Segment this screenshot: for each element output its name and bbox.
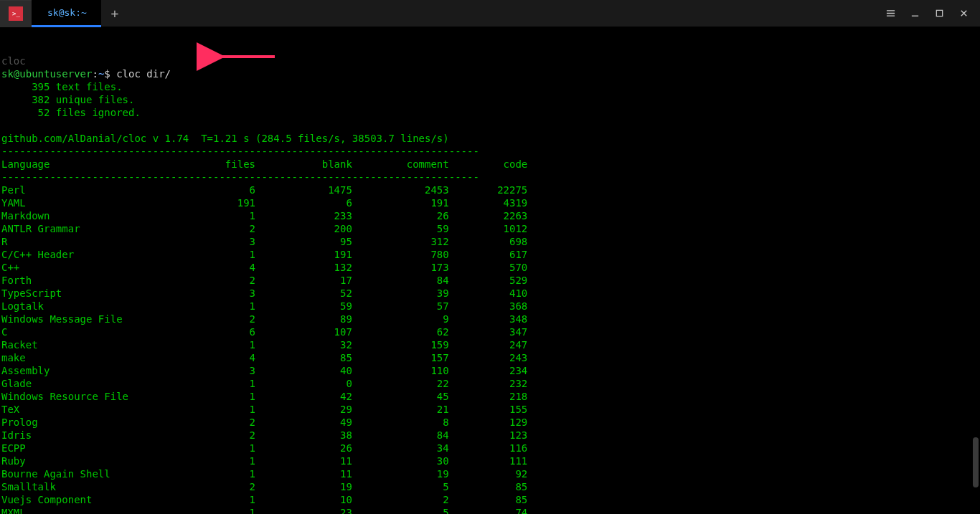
svg-text:>_: >_ [12, 10, 20, 17]
title-bar: >_ sk@sk:~ + [0, 0, 980, 27]
close-icon [959, 9, 969, 18]
table-row: Markdown 1 233 26 2263 [1, 209, 979, 222]
meta-line: github.com/AlDanial/cloc v 1.74 T=1.21 s… [1, 132, 979, 145]
summary-line: 395 text files. [1, 80, 979, 93]
minimize-button[interactable] [903, 3, 927, 24]
prompt-line: sk@ubuntuserver:~$ cloc dir/ [1, 67, 979, 80]
summary-line: 382 unique files. [1, 93, 979, 106]
table-row: C++ 4 132 173 570 [1, 261, 979, 274]
new-tab-button[interactable]: + [101, 0, 128, 27]
terminal-output[interactable]: clocsk@ubuntuserver:~$ cloc dir/ 395 tex… [0, 27, 980, 514]
table-row: ECPP 1 26 34 116 [1, 442, 979, 454]
table-row: C 6 107 62 347 [1, 325, 979, 338]
maximize-icon [935, 9, 944, 18]
table-row: Perl 6 1475 2453 22275 [1, 184, 979, 196]
tab-active[interactable]: sk@sk:~ [32, 0, 101, 27]
table-row: C/C++ Header 1 191 780 617 [1, 248, 979, 261]
minimize-icon [910, 9, 920, 18]
table-header: Language files blank comment code [1, 158, 979, 171]
table-row: TeX 1 29 21 155 [1, 403, 979, 416]
table-row: Smalltalk 2 19 5 85 [1, 480, 979, 493]
tab-terminal-logo[interactable]: >_ [0, 0, 32, 27]
table-row: Bourne Again Shell 1 11 19 92 [1, 467, 979, 480]
svg-rect-1 [936, 10, 942, 16]
table-row: MXML 1 23 5 74 [1, 506, 979, 514]
hr-line: ----------------------------------------… [1, 145, 979, 158]
maximize-button[interactable] [927, 3, 951, 24]
table-row: Assembly 3 40 110 234 [1, 364, 979, 377]
tab-title: sk@sk:~ [47, 7, 87, 18]
blank-line [1, 119, 979, 132]
summary-line: 52 files ignored. [1, 106, 979, 119]
table-row: Vuejs Component 1 10 2 85 [1, 493, 979, 506]
table-row: Ruby 1 11 30 111 [1, 454, 979, 467]
terminal-icon: >_ [9, 6, 23, 21]
table-row: ANTLR Grammar 2 200 59 1012 [1, 222, 979, 235]
table-row: Racket 1 32 159 247 [1, 338, 979, 351]
scrollbar[interactable] [971, 29, 979, 509]
table-row: TypeScript 3 52 39 410 [1, 287, 979, 300]
table-row: Idris 2 38 84 123 [1, 429, 979, 442]
table-row: Logtalk 1 59 57 368 [1, 300, 979, 313]
table-row: Glade 1 0 22 232 [1, 377, 979, 390]
hamburger-icon [886, 9, 895, 18]
table-row: Forth 2 17 84 529 [1, 274, 979, 287]
table-row: Windows Message File 2 89 9 348 [1, 313, 979, 325]
plus-icon: + [110, 6, 118, 21]
close-button[interactable] [951, 3, 976, 24]
scroll-thumb[interactable] [973, 437, 979, 487]
window-controls [878, 3, 980, 24]
table-row: YAML 191 6 191 4319 [1, 196, 979, 209]
menu-button[interactable] [878, 3, 903, 24]
table-row: Prolog 2 49 8 129 [1, 416, 979, 429]
hr-line: ----------------------------------------… [1, 171, 979, 184]
prev-output-line: cloc [1, 54, 979, 67]
table-row: R 3 95 312 698 [1, 235, 979, 248]
table-row: Windows Resource File 1 42 45 218 [1, 390, 979, 403]
table-row: make 4 85 157 243 [1, 351, 979, 364]
